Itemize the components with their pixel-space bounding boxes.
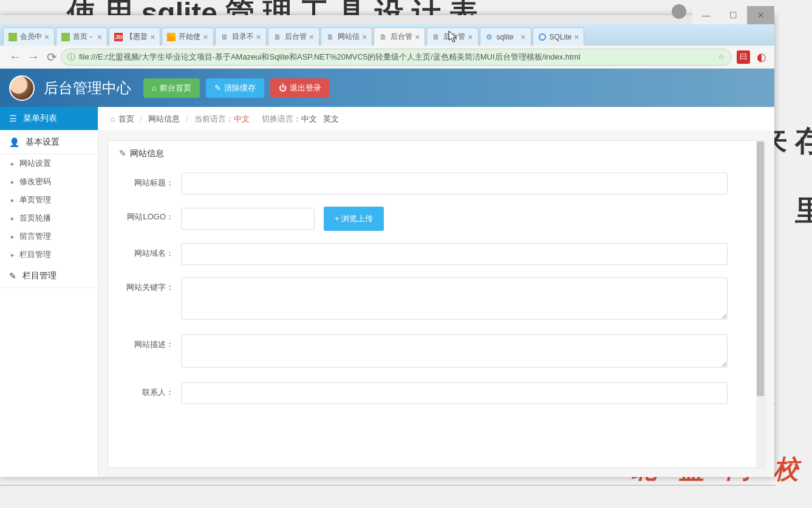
tab-label: 首页 - [73, 32, 92, 42]
label-keywords: 网站关键字： [120, 277, 181, 293]
maximize-button[interactable]: ☐ [720, 6, 747, 24]
browser-tab[interactable]: 🗎后台管× [268, 27, 319, 46]
input-site-title[interactable] [181, 173, 728, 194]
content-area: ⌂ 首页 / 网站信息 / 当前语言： 中文 切换语言： 中文 英文 ✎网站信息… [98, 107, 774, 477]
scrollbar-thumb[interactable] [757, 142, 764, 396]
home-icon: ⌂ [152, 83, 157, 92]
admin-body: ☰菜单列表 👤基本设置 网站设置修改密码单页管理首页轮播留言管理栏目管理 ✎栏目… [0, 107, 774, 477]
reload-button[interactable]: ⟳ [43, 50, 61, 64]
sidebar-item[interactable]: 单页管理 [0, 191, 98, 209]
sidebar-category-column[interactable]: ✎栏目管理 [0, 264, 98, 288]
tab-favicon: 🗎 [379, 33, 387, 41]
url-input[interactable]: ⓘ file:///E:/北盟视频/大学生毕业论文项目-基于AMazeui和Sq… [61, 49, 732, 66]
current-lang-label: 当前语言： [194, 114, 234, 125]
browser-window: — ☐ ✕ 会员中×首页 -×JD【惠普×开始使×🗎目录不×🗎后台管×🗎网站信×… [0, 15, 774, 477]
tab-close-icon[interactable]: × [254, 32, 261, 42]
form-row-domain: 网站域名： [108, 237, 765, 271]
browser-tab[interactable]: SQLite× [533, 27, 585, 46]
address-bar: ← → ⟳ ⓘ file:///E:/北盟视频/大学生毕业论文项目-基于AMaz… [0, 46, 774, 69]
tab-close-icon[interactable]: × [95, 32, 102, 42]
sidebar-category-basic[interactable]: 👤基本设置 [0, 130, 98, 154]
tab-close-icon[interactable]: × [360, 32, 367, 42]
menu-header: ☰菜单列表 [0, 107, 98, 130]
admin-logo [9, 75, 35, 101]
tab-close-icon[interactable]: × [412, 32, 420, 42]
upload-button[interactable]: + 浏览上传 [324, 207, 384, 231]
browser-tab[interactable]: 首页 -× [56, 27, 107, 46]
browser-tab[interactable]: 会员中× [3, 27, 55, 46]
textarea-keywords[interactable] [181, 277, 728, 320]
extension-icon-adblock[interactable]: ◐ [755, 50, 768, 64]
tab-favicon [9, 33, 17, 41]
tab-label: 【惠普 [126, 32, 148, 42]
tab-favicon: 🗎 [220, 33, 229, 41]
tab-label: 目录不 [232, 32, 254, 42]
sidebar-item[interactable]: 首页轮播 [0, 209, 98, 227]
current-lang: 中文 [234, 114, 250, 125]
tab-favicon: 🗎 [432, 33, 440, 41]
info-icon: ⓘ [67, 52, 75, 63]
tab-close-icon[interactable]: × [148, 32, 155, 42]
breadcrumb-page[interactable]: 网站信息 [148, 114, 180, 125]
sidebar: ☰菜单列表 👤基本设置 网站设置修改密码单页管理首页轮播留言管理栏目管理 ✎栏目… [0, 107, 98, 477]
label-contact: 联系人： [120, 382, 181, 398]
form-row-logo: 网站LOGO： + 浏览上传 [108, 201, 765, 237]
browser-tab[interactable]: 🗎后台管× [426, 27, 478, 46]
panel-header: ✎网站信息 [108, 141, 765, 166]
window-controls: — ☐ ✕ [692, 6, 774, 24]
sidebar-item[interactable]: 网站设置 [0, 154, 98, 173]
lang-en[interactable]: 英文 [323, 114, 339, 125]
admin-header: 后台管理中心 ⌂前台首页 ✎清除缓存 ⏻退出登录 [0, 69, 774, 107]
minimize-button[interactable]: — [692, 6, 720, 24]
tab-label: 后台管 [391, 32, 412, 42]
sidebar-item[interactable]: 栏目管理 [0, 245, 98, 264]
pencil-icon: ✎ [214, 83, 221, 92]
logout-button[interactable]: ⏻退出登录 [270, 78, 330, 98]
tab-label: sqlite [497, 33, 514, 41]
back-button[interactable]: ← [6, 50, 24, 64]
clear-cache-button[interactable]: ✎清除缓存 [206, 78, 264, 98]
tab-label: 开始使 [179, 32, 200, 42]
label-site-title: 网站标题： [120, 173, 181, 188]
browser-tab[interactable]: JD【惠普× [109, 27, 160, 46]
textarea-desc[interactable] [181, 334, 728, 368]
tab-close-icon[interactable]: × [42, 32, 49, 42]
tab-close-icon[interactable]: × [200, 32, 208, 42]
lang-cn[interactable]: 中文 [301, 114, 317, 125]
browser-tab[interactable]: ⚙sqlite× [480, 27, 531, 46]
switch-lang-label: 切换语言： [262, 114, 301, 125]
background-text-right2: 里 [795, 191, 812, 230]
sidebar-item[interactable]: 修改密码 [0, 173, 98, 191]
list-icon: ☰ [9, 114, 17, 123]
breadcrumb-home[interactable]: 首页 [118, 114, 134, 125]
forward-button[interactable]: → [24, 50, 43, 64]
profile-avatar-icon[interactable] [672, 4, 686, 19]
browser-tab[interactable]: 🗎目录不× [215, 27, 267, 46]
url-text: file:///E:/北盟视频/大学生毕业论文项目-基于AMazeui和Sqli… [79, 52, 580, 63]
browser-tab[interactable]: 🗎后台管× [374, 27, 425, 46]
tab-close-icon[interactable]: × [465, 32, 473, 42]
extension-icon-red[interactable]: 曰 [737, 50, 750, 64]
edit-icon: ✎ [9, 271, 16, 281]
tab-close-icon[interactable]: × [518, 32, 525, 42]
user-icon: 👤 [9, 137, 19, 147]
home-button[interactable]: ⌂前台首页 [143, 78, 200, 98]
label-desc: 网站描述： [120, 334, 181, 350]
titlebar: — ☐ ✕ [0, 15, 774, 24]
panel-scrollbar[interactable] [756, 141, 765, 467]
input-domain[interactable] [181, 243, 728, 265]
tab-label: 网站信 [338, 32, 360, 42]
tab-label: 后台管 [285, 32, 307, 42]
input-contact[interactable] [181, 382, 728, 404]
panel: ✎网站信息 网站标题： 网站LOGO： + 浏览上传 网站域名： [107, 140, 765, 468]
input-site-logo[interactable] [181, 208, 315, 230]
tab-close-icon[interactable]: × [571, 32, 579, 42]
tab-label: SQLite [550, 33, 572, 41]
browser-tab[interactable]: 开始使× [162, 27, 213, 46]
close-button[interactable]: ✕ [747, 6, 774, 24]
tab-favicon [167, 33, 176, 41]
sidebar-item[interactable]: 留言管理 [0, 227, 98, 245]
browser-tab[interactable]: 🗎网站信× [321, 27, 372, 46]
bookmark-star-icon[interactable]: ☆ [718, 52, 725, 61]
tab-close-icon[interactable]: × [307, 32, 314, 42]
